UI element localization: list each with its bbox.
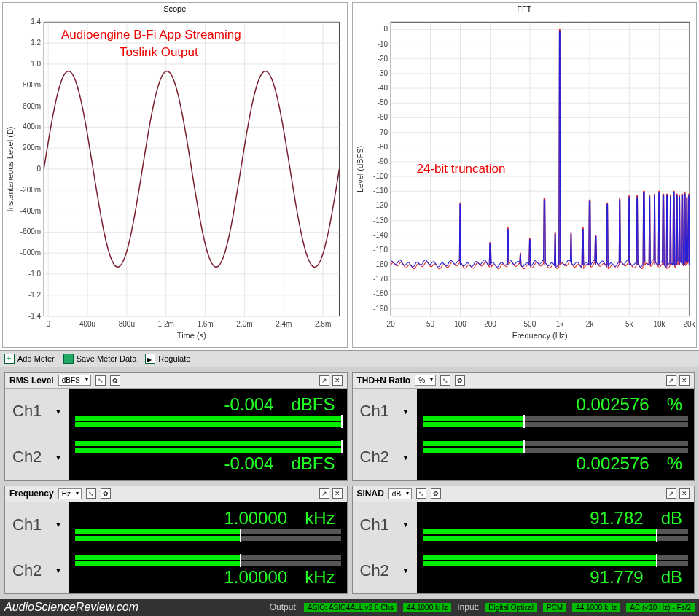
svg-text:-1.4: -1.4 (28, 312, 42, 320)
save-meter-button[interactable]: Save Meter Data (63, 354, 137, 364)
fft-annotation-1: 24-bit truncation (417, 162, 506, 176)
output-device-tag: ASIO: ASIO4ALL v2 8 Chs (304, 603, 397, 612)
popout-icon[interactable]: ↗ (319, 488, 329, 499)
arrows-icon[interactable]: ⤡ (86, 488, 96, 499)
sinad-ch2-bar2 (423, 561, 689, 566)
svg-text:0: 0 (383, 25, 388, 33)
thdn-ch1-bar1 (423, 416, 689, 421)
sinad-ch1-row: Ch1▼ 91.782dB (353, 502, 695, 548)
chevron-down-icon[interactable]: ▼ (55, 521, 62, 529)
add-meter-button[interactable]: +Add Meter (4, 354, 55, 364)
play-icon: ▶ (145, 354, 155, 364)
fft-chart: 0-10-20-30-40-50-60-70-80-90-100-110-120… (353, 15, 697, 347)
close-icon[interactable]: ✕ (679, 375, 690, 386)
svg-text:20k: 20k (683, 320, 695, 328)
sinad-ch1-value: 91.782dB (423, 508, 689, 529)
freq-ch2-label: Ch2▼ (5, 547, 69, 593)
svg-text:-40: -40 (377, 84, 388, 92)
svg-text:0: 0 (46, 320, 50, 328)
scope-annotation-1: Audioengine B-Fi App Streaming (61, 28, 241, 42)
scope-title: Scope (3, 3, 347, 15)
freq-ch2-bar2 (75, 561, 341, 566)
gear-icon[interactable]: ✿ (101, 488, 111, 499)
chevron-down-icon[interactable]: ▼ (55, 453, 62, 461)
freq-ch1-value: 1.00000kHz (75, 508, 341, 529)
svg-text:1.0: 1.0 (31, 60, 41, 68)
meters-grid: RMS Level dBFS ⤡ ✿ ↗ ✕ Ch1▼ -0.004dBFS (0, 367, 699, 599)
rms-unit-select[interactable]: dBFS (58, 375, 91, 386)
regulate-button[interactable]: ▶Regulate (145, 354, 190, 364)
freq-ch1-label: Ch1▼ (5, 502, 69, 548)
freq-unit-select[interactable]: Hz (58, 488, 82, 499)
svg-text:400u: 400u (79, 320, 95, 328)
chevron-down-icon[interactable]: ▼ (402, 521, 410, 529)
rms-ch1-value: -0.004dBFS (75, 394, 341, 415)
rms-meter: RMS Level dBFS ⤡ ✿ ↗ ✕ Ch1▼ -0.004dBFS (4, 372, 348, 481)
thdn-ch2-value: 0.002576% (423, 453, 689, 474)
thdn-title: THD+N Ratio (357, 375, 411, 386)
popout-icon[interactable]: ↗ (666, 375, 676, 386)
thdn-ch1-row: Ch1▼ 0.002576% (353, 389, 695, 434)
chevron-down-icon[interactable]: ▼ (402, 453, 410, 461)
input-rate-tag: 44.1000 kHz (572, 603, 620, 612)
gear-icon[interactable]: ✿ (431, 488, 441, 499)
chevron-down-icon[interactable]: ▼ (55, 408, 62, 416)
freq-ch1-row: Ch1▼ 1.00000kHz (5, 502, 347, 548)
thdn-ch1-value: 0.002576% (423, 394, 689, 415)
gear-icon[interactable]: ✿ (110, 375, 120, 386)
close-icon[interactable]: ✕ (332, 375, 343, 386)
freq-ch2-value: 1.00000kHz (75, 567, 341, 588)
svg-text:50: 50 (426, 320, 434, 328)
arrows-icon[interactable]: ⤡ (416, 488, 426, 499)
thdn-unit-select[interactable]: % (415, 375, 436, 386)
close-icon[interactable]: ✕ (679, 488, 690, 499)
svg-text:1k: 1k (555, 320, 564, 328)
svg-text:-80: -80 (377, 143, 388, 151)
close-icon[interactable]: ✕ (332, 488, 343, 499)
chevron-down-icon[interactable]: ▼ (402, 566, 410, 574)
thdn-ch2-bar2 (423, 448, 689, 453)
rms-header: RMS Level dBFS ⤡ ✿ ↗ ✕ (5, 373, 347, 389)
svg-text:-130: -130 (373, 217, 388, 225)
input-label: Input: (457, 602, 479, 612)
svg-text:-150: -150 (373, 246, 388, 254)
svg-text:2.8m: 2.8m (315, 320, 331, 328)
svg-text:-50: -50 (377, 98, 388, 106)
svg-text:500: 500 (523, 320, 536, 328)
sinad-ch2-row: Ch2▼ 91.779dB (353, 547, 695, 593)
svg-text:-100: -100 (373, 172, 388, 180)
svg-text:1.2m: 1.2m (158, 320, 174, 328)
svg-text:-180: -180 (373, 289, 388, 297)
chevron-down-icon[interactable]: ▼ (55, 566, 62, 574)
sinad-unit-select[interactable]: dB (388, 488, 412, 499)
svg-text:-60: -60 (377, 113, 388, 121)
svg-text:Frequency (Hz): Frequency (Hz) (512, 331, 567, 340)
rms-ch2-row: Ch2▼ -0.004dBFS (5, 434, 347, 480)
gear-icon[interactable]: ✿ (455, 375, 465, 386)
svg-text:400m: 400m (23, 122, 41, 130)
scope-chart: -1.4-1.2-1.0-800m-600m-400m-200m0200m400… (3, 15, 347, 347)
rms-ch1-bar1 (75, 416, 341, 421)
popout-icon[interactable]: ↗ (319, 375, 329, 386)
chevron-down-icon[interactable]: ▼ (402, 408, 410, 416)
svg-text:600m: 600m (23, 102, 41, 110)
fft-title: FFT (353, 3, 697, 15)
svg-text:2.0m: 2.0m (236, 320, 252, 328)
svg-text:-170: -170 (373, 275, 388, 283)
sinad-ch1-bar1 (423, 529, 689, 534)
arrows-icon[interactable]: ⤡ (440, 375, 450, 386)
svg-text:-1.2: -1.2 (28, 291, 42, 299)
rms-ch1-label: Ch1▼ (5, 389, 69, 434)
svg-text:-800m: -800m (20, 249, 41, 257)
svg-text:1.6m: 1.6m (197, 320, 213, 328)
popout-icon[interactable]: ↗ (666, 488, 676, 499)
sinad-meter: SINAD dB ⤡ ✿ ↗ ✕ Ch1▼ 91.782dB (352, 486, 695, 595)
svg-text:10k: 10k (653, 320, 665, 328)
watermark: AudioScienceReview.com (4, 601, 138, 614)
svg-text:-10: -10 (377, 40, 388, 48)
thdn-ch2-bar1 (423, 441, 689, 446)
thdn-ch2-row: Ch2▼ 0.002576% (353, 434, 695, 480)
rms-ch2-label: Ch2▼ (5, 434, 69, 480)
rms-ch2-value: -0.004dBFS (75, 453, 341, 474)
arrows-icon[interactable]: ⤡ (95, 375, 106, 386)
